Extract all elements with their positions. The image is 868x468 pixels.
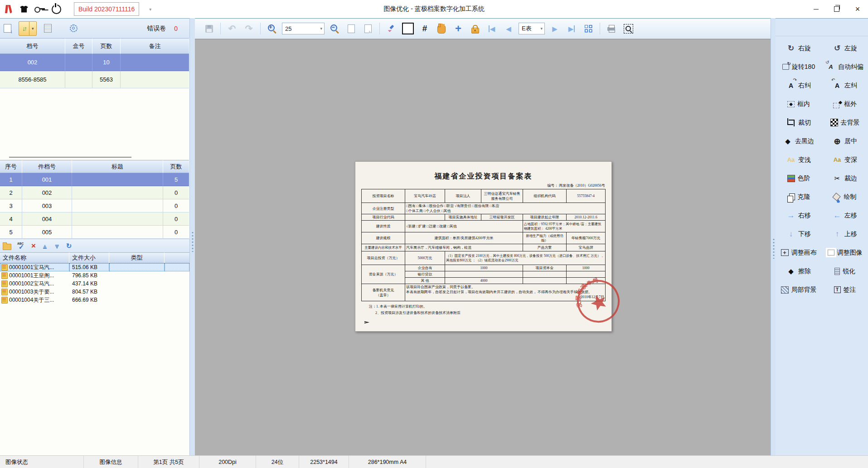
splitter-grip[interactable] — [772, 238, 775, 259]
color-levels-button[interactable]: 色阶 — [776, 171, 822, 186]
zoom-in-button[interactable]: + — [265, 21, 279, 36]
table-row[interactable]: 3 003 0 — [0, 199, 189, 212]
clone-button[interactable]: 克隆 — [776, 189, 822, 204]
redo-button[interactable]: ↷ — [242, 21, 256, 36]
column-header[interactable]: 页数 — [163, 160, 189, 173]
column-header[interactable]: 档号 — [0, 38, 65, 54]
page-type-select[interactable]: E表 ▾ — [519, 23, 545, 34]
close-button[interactable]: × — [847, 0, 868, 18]
column-header[interactable]: 件档号 — [22, 160, 72, 173]
export-volume-icon[interactable] — [4, 24, 11, 33]
column-header[interactable]: 盒号 — [65, 38, 92, 54]
file-row[interactable]: 00001001王皇阁... 796.85 KB — [0, 271, 189, 280]
zoom-region-button[interactable] — [621, 21, 635, 36]
column-header[interactable] — [165, 252, 189, 263]
catalog-list-icon[interactable] — [44, 24, 52, 33]
panel-splitter-line[interactable] — [9, 157, 131, 158]
prev-page-button[interactable]: ◀ — [502, 21, 515, 36]
table-row[interactable]: 5 005 0 — [0, 226, 189, 239]
lock-button[interactable] — [468, 21, 482, 36]
document-notes: 注：1. 本表一律采用计算机打印的。 2、投资项目涉及引进设备和技术的设备技术清… — [369, 304, 611, 317]
adjust-canvas-button[interactable]: 调整画布 — [776, 245, 822, 260]
table-row[interactable]: 8556-8585 5563 — [0, 71, 189, 88]
move-right-button[interactable]: 右移 — [776, 208, 822, 223]
move-up-icon[interactable]: ▲ — [42, 242, 48, 250]
move-down-button[interactable]: 下移 — [776, 227, 822, 241]
image-canvas[interactable]: 福建省企业投资项目备案表 编号： 闽发改备（2010）G020056号 投资项目… — [195, 39, 771, 456]
zoom-level-select[interactable]: 25 ▾ — [282, 23, 325, 34]
table-row[interactable]: 2 002 0 — [0, 186, 189, 199]
move-left-button[interactable]: 左移 — [822, 208, 868, 223]
shirt-icon[interactable] — [20, 6, 28, 13]
save-button[interactable] — [202, 21, 216, 36]
undo-button[interactable]: ↶ — [225, 21, 239, 36]
darken-button[interactable]: 变深 — [822, 152, 868, 167]
remove-background-button[interactable]: 去背景 — [822, 115, 868, 130]
table-row[interactable]: 1 001 5 — [0, 173, 189, 186]
adjust-image-button[interactable]: 调整图像 — [822, 245, 868, 260]
status-resolution: 2253*1494 — [299, 456, 349, 468]
color-swatch[interactable] — [401, 21, 415, 36]
deskew-left-button[interactable]: 左纠 — [822, 78, 868, 93]
crosshair-button[interactable]: + — [451, 21, 465, 36]
erase-outside-button[interactable]: 框外 — [822, 96, 868, 111]
move-up-button[interactable]: 上移 — [822, 227, 868, 241]
center-image-button[interactable]: 居中 — [822, 134, 868, 149]
file-row[interactable]: 00001002宝马汽... 437.14 KB — [0, 280, 189, 288]
splitter-grip[interactable] — [192, 231, 194, 252]
power-icon[interactable] — [52, 5, 61, 14]
erase-button[interactable]: 擦除 — [776, 264, 822, 279]
sort-button[interactable]: ↓↑ ▾ — [19, 21, 37, 36]
move-down-icon[interactable]: ▼ — [54, 242, 60, 250]
sharpen-button[interactable]: 锐化 — [822, 264, 868, 279]
refresh-icon[interactable]: ↻ — [66, 242, 72, 250]
new-page-button[interactable] — [344, 21, 358, 36]
last-page-button[interactable]: ▶ — [565, 21, 578, 36]
key-icon[interactable] — [34, 6, 45, 12]
trim-edge-button[interactable]: 裁边 — [822, 171, 868, 186]
column-header[interactable]: 标题 — [72, 160, 163, 173]
rotate-180-button[interactable]: 旋转180 — [776, 59, 822, 74]
zoom-out-button[interactable]: − — [328, 21, 341, 36]
pan-button[interactable] — [435, 21, 448, 36]
sort-dropdown-icon[interactable]: ▾ — [29, 22, 36, 35]
delete-icon[interactable]: × — [31, 242, 36, 250]
tiff-file-icon — [1, 297, 8, 304]
column-header[interactable]: 文件大小 — [69, 252, 109, 263]
next-page-button[interactable]: ▶ — [548, 21, 562, 36]
erase-inside-button[interactable]: 框内 — [776, 96, 822, 111]
minimize-button[interactable] — [805, 0, 826, 18]
print-button[interactable] — [605, 21, 618, 36]
column-header[interactable]: 类型 — [109, 252, 165, 263]
file-row[interactable]: 00001003关于要... 804.57 KB — [0, 288, 189, 296]
restore-button[interactable] — [826, 0, 847, 18]
column-header[interactable]: 文件名称 — [0, 252, 69, 263]
crop-button[interactable]: 裁切 — [776, 115, 822, 130]
eyedropper-button[interactable] — [384, 21, 398, 36]
rotate-left-button[interactable]: 左旋 — [822, 41, 868, 56]
remove-black-edge-button[interactable]: 去黑边 — [776, 134, 822, 149]
file-row[interactable]: 00001004关于三... 666.69 KB — [0, 296, 189, 304]
column-header[interactable]: 序号 — [0, 160, 22, 173]
file-row[interactable]: 00001001宝马汽... 515.06 KB — [0, 263, 189, 271]
column-header[interactable]: 备注 — [121, 38, 189, 54]
chevron-down-icon[interactable]: ▾ — [149, 7, 151, 12]
draw-button[interactable]: 绘制 — [822, 189, 868, 204]
settings-gear-icon[interactable] — [70, 24, 78, 32]
annotate-button[interactable]: 签注 — [822, 282, 868, 297]
page-button[interactable] — [361, 21, 375, 36]
tile-view-button[interactable] — [582, 21, 595, 36]
table-row[interactable]: 4 004 0 — [0, 212, 189, 226]
grid-button[interactable]: # — [418, 21, 432, 36]
rotate-right-button[interactable]: 右旋 — [776, 41, 822, 56]
column-header[interactable]: 页数 — [92, 38, 121, 54]
lighten-button[interactable]: 变浅 — [776, 152, 822, 167]
table-row[interactable]: 002 10 — [0, 54, 189, 71]
open-folder-icon[interactable] — [3, 244, 11, 250]
verify-abc-icon[interactable] — [17, 242, 25, 250]
scanned-document[interactable]: 福建省企业投资项目备案表 编号： 闽发改备（2010）G020056号 投资项目… — [355, 161, 612, 332]
auto-deskew-button[interactable]: 自动纠偏 — [822, 59, 868, 74]
local-background-button[interactable]: 局部背景 — [776, 282, 822, 297]
first-page-button[interactable]: ◀ — [485, 21, 499, 36]
deskew-right-button[interactable]: 右纠 — [776, 78, 822, 93]
